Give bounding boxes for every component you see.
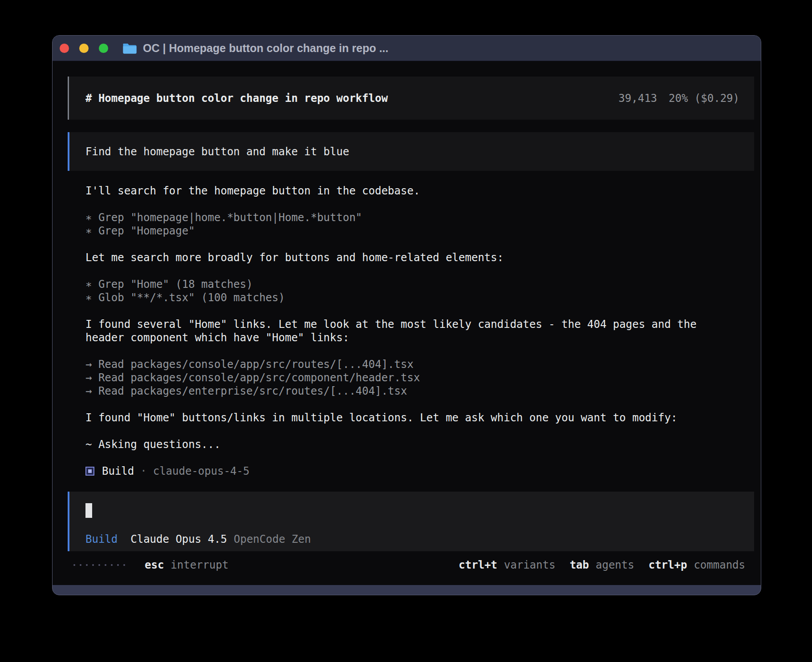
session-header: # Homepage button color change in repo w… [68, 77, 754, 120]
tool-call-group: ∗ Grep "Home" (18 matches) ∗ Glob "**/*.… [85, 278, 754, 304]
token-count: 39,413 [618, 92, 657, 105]
assistant-text: I found "Home" buttons/links in multiple… [85, 411, 754, 424]
shortcut-hint-agents: tab agents [570, 559, 634, 571]
user-message: Find the homepage button and make it blu… [68, 132, 754, 171]
assistant-text-line: header component which have "Home" links… [85, 331, 754, 344]
status-bar: esc interrupt ctrl+t variants tab agents… [68, 558, 754, 572]
shortcut-key: ctrl+p [649, 559, 687, 571]
tool-call-read: → Read packages/console/app/src/componen… [85, 371, 754, 384]
terminal-window: OC | Homepage button color change in rep… [52, 35, 761, 595]
spinner-dots [73, 564, 125, 566]
agent-status-row: Build · claude-opus-4-5 [85, 464, 754, 478]
folder-icon [122, 42, 137, 54]
tool-call-grep: ∗ Grep "Home" (18 matches) [85, 278, 754, 291]
context-cost: 20% ($0.29) [669, 92, 739, 105]
input-meta-row: Build Claude Opus 4.5 OpenCode Zen [85, 533, 754, 546]
shortcut-label-interrupt: interrupt [171, 559, 228, 571]
assistant-text: Let me search more broadly for buttons a… [85, 251, 754, 264]
session-title: # Homepage button color change in repo w… [85, 92, 388, 105]
window-titlebar[interactable]: OC | Homepage button color change in rep… [53, 36, 761, 61]
build-agent-icon [85, 467, 94, 476]
tool-call-read: → Read packages/console/app/src/routes/[… [85, 358, 754, 371]
tool-call-group: → Read packages/console/app/src/routes/[… [85, 358, 754, 398]
agent-name: Build [102, 464, 134, 478]
shortcut-label: commands [694, 559, 745, 571]
provider-label: OpenCode Zen [234, 533, 311, 546]
shortcut-hint-commands: ctrl+p commands [649, 559, 745, 571]
tool-call-grep: ∗ Grep "homepage|home.*button|Home.*butt… [85, 211, 754, 224]
shortcut-label: agents [596, 559, 634, 571]
tool-call-read: → Read packages/enterprise/src/routes/[.… [85, 384, 754, 398]
traffic-lights [60, 44, 108, 53]
assistant-text: I'll search for the homepage button in t… [85, 184, 754, 198]
assistant-text: I found several "Home" links. Let me loo… [85, 318, 754, 344]
shortcut-key-esc: esc [145, 559, 164, 571]
user-message-text: Find the homepage button and make it blu… [85, 145, 349, 158]
minimize-button[interactable] [79, 44, 89, 53]
shortcut-label: variants [504, 559, 556, 571]
tool-call-group: ∗ Grep "homepage|home.*button|Home.*butt… [85, 211, 754, 238]
shortcut-key: ctrl+t [459, 559, 497, 571]
agent-mode-label[interactable]: Build [85, 533, 118, 546]
tool-call-grep: ∗ Grep "Homepage" [85, 224, 754, 238]
close-button[interactable] [60, 44, 69, 53]
assistant-text-line: I found several "Home" links. Let me loo… [85, 318, 754, 331]
shortcut-key: tab [570, 559, 589, 571]
session-stats: 39,413 20% ($0.29) [618, 92, 739, 105]
agent-model: claude-opus-4-5 [153, 464, 250, 478]
assistant-transcript: I'll search for the homepage button in t… [68, 184, 754, 478]
assistant-status-text: ~ Asking questions... [85, 438, 754, 451]
prompt-input[interactable]: Build Claude Opus 4.5 OpenCode Zen [68, 492, 754, 551]
model-label[interactable]: Claude Opus 4.5 [130, 533, 227, 546]
window-title: OC | Homepage button color change in rep… [143, 42, 388, 55]
terminal-content: # Homepage button color change in repo w… [53, 61, 761, 585]
zoom-button[interactable] [99, 44, 108, 53]
tool-call-glob: ∗ Glob "**/*.tsx" (100 matches) [85, 291, 754, 304]
text-cursor [85, 503, 92, 518]
shortcut-hint-variants: ctrl+t variants [459, 559, 555, 571]
dot-separator: · [140, 464, 146, 478]
